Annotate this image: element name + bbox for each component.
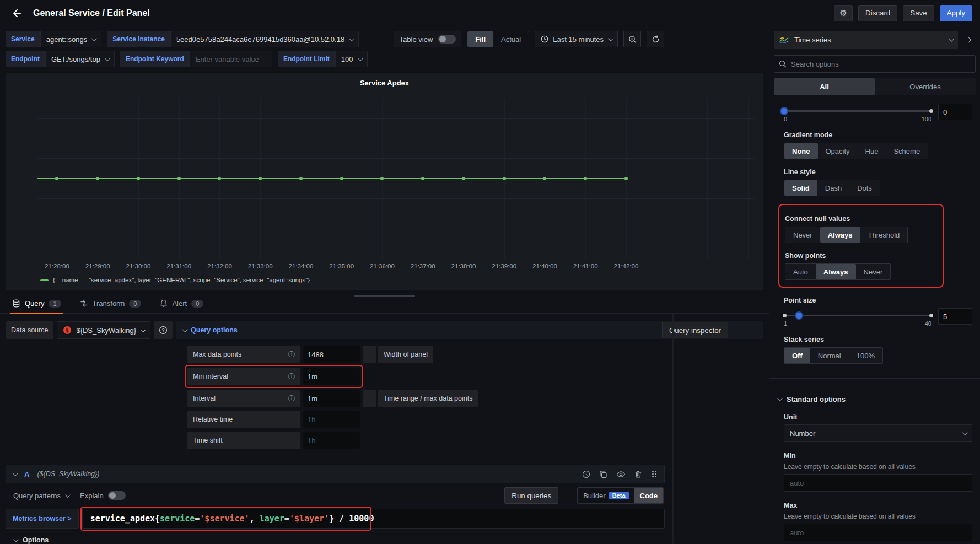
segment-option[interactable]: Solid: [784, 180, 817, 196]
datasource-picker[interactable]: ${DS_SkyWalking}: [57, 321, 150, 339]
code-option[interactable]: Code: [634, 488, 664, 503]
zoom-out-time-range-button[interactable]: [623, 31, 641, 47]
collapse-chevron-icon[interactable]: [13, 471, 18, 476]
service-instance-variable-dropdown[interactable]: 5eed0e5758a244aca6e7699415d360aa@10.52.0…: [170, 31, 359, 47]
skywalking-datasource-logo-icon: [63, 326, 72, 335]
drag-handle-icon[interactable]: [651, 470, 658, 478]
segment-option[interactable]: Off: [784, 348, 810, 363]
tab-alert-label: Alert: [172, 299, 187, 308]
datasource-help-button[interactable]: ?: [154, 321, 173, 339]
endpoint-keyword-input[interactable]: [190, 51, 272, 67]
save-button[interactable]: Save: [903, 5, 934, 21]
visualization-type-label: Time series: [794, 36, 831, 44]
segment-option[interactable]: None: [784, 143, 818, 159]
chevron-down-icon: [349, 36, 354, 41]
standard-options-section-header[interactable]: Standard options: [777, 395, 972, 403]
segment-option[interactable]: Never: [785, 227, 820, 243]
segment-option[interactable]: Auto: [785, 264, 816, 279]
slider-handle[interactable]: [780, 107, 788, 115]
min-interval-input[interactable]: [303, 368, 360, 385]
grid-line-vertical: [748, 98, 749, 259]
disable-query-eye-icon[interactable]: [616, 470, 626, 478]
option-label-text: Time shift: [193, 437, 223, 444]
builder-code-switch: Builder Beta Code: [577, 487, 664, 504]
time-shift-input[interactable]: [303, 432, 360, 449]
endpoint-limit-dropdown[interactable]: 100: [335, 51, 368, 67]
tab-alert[interactable]: Alert 0: [158, 299, 206, 313]
editor-scrollbar[interactable]: [672, 314, 674, 544]
show-points-label: Show points: [785, 252, 936, 260]
time-shift-label: Time shift: [187, 432, 300, 449]
segment-option[interactable]: Always: [820, 227, 860, 243]
query-options-header[interactable]: Query options Query inspector: [176, 321, 763, 339]
query-history-icon[interactable]: [582, 470, 590, 478]
interval-note: Time range / max data points: [378, 390, 478, 407]
segment-option[interactable]: Hue: [858, 143, 886, 159]
apply-button[interactable]: Apply: [940, 5, 972, 21]
duplicate-query-icon[interactable]: [599, 470, 607, 478]
service-variable-dropdown[interactable]: agent::songs: [40, 31, 101, 47]
segment-option[interactable]: Threshold: [860, 227, 908, 243]
fill-opacity-slider[interactable]: 0 100: [784, 104, 931, 122]
visualization-picker[interactable]: Time series: [774, 31, 958, 49]
fill-opacity-value-input[interactable]: [938, 104, 972, 120]
refresh-button[interactable]: [647, 31, 664, 47]
equals-sign: =: [363, 390, 376, 407]
segment-option[interactable]: Dash: [817, 180, 849, 196]
section-divider: [769, 378, 980, 379]
legend-series-label[interactable]: {__name__="service_apdex", layer="GENERA…: [53, 277, 310, 283]
relative-time-input[interactable]: [303, 411, 360, 428]
time-range-picker[interactable]: Last 15 minutes: [535, 31, 618, 47]
series-data-point: [218, 177, 221, 180]
service-instance-variable-value: 5eed0e5758a244aca6e7699415d360aa@10.52.0…: [176, 35, 344, 44]
query-options-grid: Max data points ⓘ = Width of panel Min i…: [187, 346, 763, 449]
delete-query-trash-icon[interactable]: [634, 470, 642, 478]
query-token: service_apdex{: [90, 514, 160, 524]
x-axis-tick-label: 21:34:00: [289, 263, 314, 270]
metrics-browser-button[interactable]: Metrics browser >: [6, 509, 79, 529]
collapse-sidebar-button[interactable]: [961, 31, 976, 49]
segment-option[interactable]: 100%: [849, 348, 882, 363]
min-input[interactable]: [784, 474, 972, 492]
fill-opacity-control: 0 100: [784, 104, 972, 122]
option-label-text: Min interval: [193, 373, 228, 380]
segment-option[interactable]: Normal: [810, 348, 849, 363]
tab-all[interactable]: All: [774, 78, 875, 95]
fill-option[interactable]: Fill: [467, 31, 493, 47]
segment-option[interactable]: Scheme: [886, 143, 928, 159]
query-options-collapsible[interactable]: Options: [13, 536, 665, 544]
explain-toggle[interactable]: [108, 491, 126, 500]
promql-query-input[interactable]: service_apdex{service='$service', layer=…: [82, 509, 665, 529]
run-queries-button[interactable]: Run queries: [504, 487, 558, 504]
segment-option[interactable]: Never: [856, 264, 891, 279]
table-view-toggle[interactable]: [438, 35, 456, 44]
builder-option[interactable]: Builder Beta: [578, 488, 634, 503]
grid-line-horizontal: [37, 219, 755, 219]
query-a-header-row[interactable]: A (${DS_SkyWalking}): [6, 465, 665, 483]
panel-resize-handle[interactable]: [354, 295, 415, 297]
segment-option[interactable]: Opacity: [818, 143, 858, 159]
bell-icon: [160, 299, 168, 308]
x-axis-tick-label: 21:38:00: [451, 263, 476, 270]
point-size-slider[interactable]: 1 40: [784, 308, 931, 327]
tab-overrides[interactable]: Overrides: [875, 78, 976, 95]
back-arrow-icon[interactable]: [8, 4, 25, 22]
chart-plot-area[interactable]: 2.001.751.501.251.000.750.500.250.00: [37, 98, 755, 259]
discard-button[interactable]: Discard: [858, 5, 897, 21]
segment-option[interactable]: Dots: [849, 180, 880, 196]
max-input[interactable]: [784, 524, 972, 541]
tab-query[interactable]: Query 1: [10, 299, 63, 313]
max-data-points-input[interactable]: [303, 346, 360, 363]
search-options-input[interactable]: [791, 60, 971, 68]
interval-input[interactable]: [303, 390, 360, 407]
slider-handle[interactable]: [795, 311, 803, 320]
point-size-value-input[interactable]: [938, 308, 972, 325]
segment-option[interactable]: Always: [816, 264, 856, 279]
tab-transform[interactable]: Transform 0: [78, 299, 144, 313]
unit-select[interactable]: Number: [784, 424, 972, 442]
panel-settings-gear-icon[interactable]: ⚙: [834, 5, 853, 21]
option-label-text: Max data points: [193, 351, 241, 358]
actual-option[interactable]: Actual: [493, 31, 529, 47]
endpoint-variable-dropdown[interactable]: GET:/songs/top: [45, 51, 115, 67]
query-patterns-dropdown[interactable]: Query patterns: [13, 492, 69, 500]
